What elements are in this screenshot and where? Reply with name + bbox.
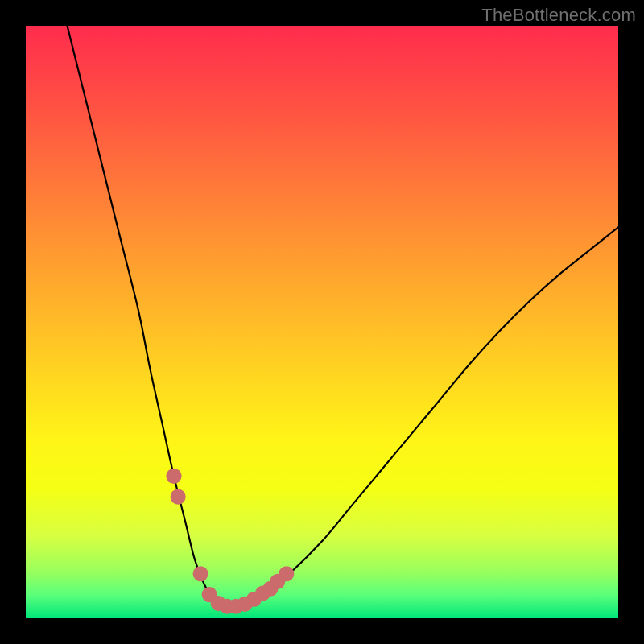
chart-frame: TheBottleneck.com: [0, 0, 644, 644]
highlight-dot: [171, 489, 186, 505]
highlight-dots: [166, 469, 294, 614]
chart-svg: [26, 26, 618, 618]
watermark-text: TheBottleneck.com: [481, 5, 636, 26]
bottleneck-curve: [68, 26, 618, 607]
highlight-dot: [193, 566, 208, 581]
highlight-dot: [279, 566, 294, 581]
highlight-dot: [166, 469, 181, 484]
